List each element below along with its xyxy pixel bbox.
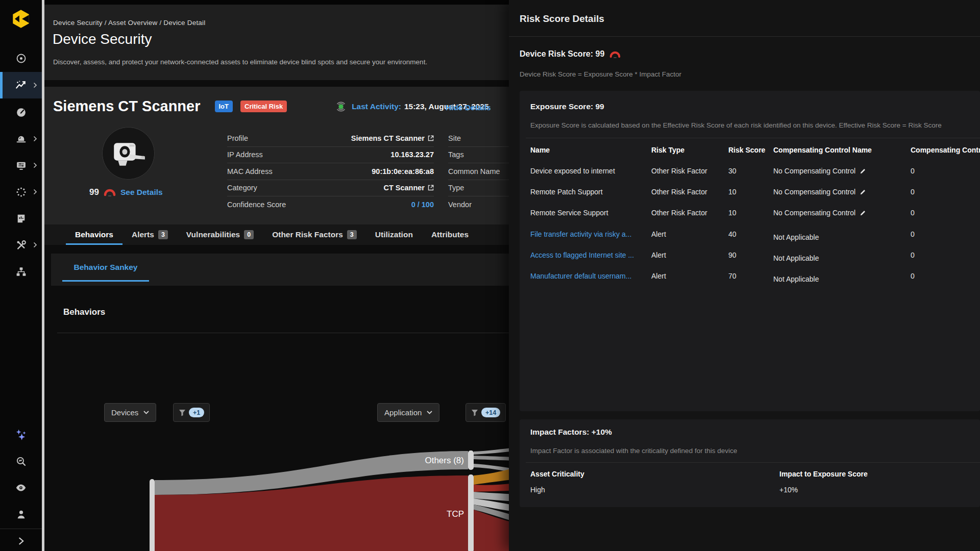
page-subtitle: Discover, assess, and protect your netwo… xyxy=(53,58,427,66)
tools-icon xyxy=(15,239,27,251)
exposure-table-row[interactable]: File transfer activity via risky a... Al… xyxy=(520,230,980,242)
gauge-icon xyxy=(15,107,27,118)
sidebar-item-tools[interactable] xyxy=(0,232,42,258)
chevron-right-icon xyxy=(33,82,37,88)
eye-icon xyxy=(15,482,27,494)
sidebar-item-monitor[interactable] xyxy=(0,152,42,179)
impact-factors-title: Impact Factors: +10% xyxy=(530,428,612,437)
risk-name: Remote Service Support xyxy=(530,209,608,217)
exposure-table-row[interactable]: Remote Patch Support Other Risk Factor 1… xyxy=(520,188,980,200)
devices-filter-button[interactable]: +1 xyxy=(173,403,210,422)
profile-row: IP Address 10.163.23.27 xyxy=(227,147,434,164)
live-activity-icon xyxy=(334,100,348,113)
subtab-behavior-sankey[interactable]: Behavior Sankey xyxy=(62,263,149,282)
behaviors-heading: Behaviors xyxy=(63,307,105,317)
radar-icon xyxy=(15,53,27,64)
tab-attributes[interactable]: Attributes xyxy=(422,224,478,245)
last-activity-label: Last Activity: xyxy=(352,102,401,111)
sidebar-item-radar[interactable] xyxy=(0,45,42,71)
tab-vulnerabilities[interactable]: Vulnerabilities0 xyxy=(177,224,263,245)
sidebar-item-gauge[interactable] xyxy=(0,99,42,126)
filter-count-pill: +1 xyxy=(189,408,204,417)
tab-other-risk-factors[interactable]: Other Risk Factors3 xyxy=(263,224,366,245)
external-link-icon[interactable] xyxy=(428,135,434,141)
risk-name-link[interactable]: Manufacturer default usernam... xyxy=(530,272,631,280)
sankey-node-tcp[interactable] xyxy=(468,474,474,551)
risk-name: Remote Patch Support xyxy=(530,188,603,196)
risk-score-value: 99 xyxy=(89,187,99,197)
sitemap-icon xyxy=(15,266,27,278)
risk-name: Device exposed to internet xyxy=(530,167,615,175)
impact-factors-card: Impact Factors: +10% Impact Factor is as… xyxy=(520,419,980,507)
claroty-logo-icon[interactable] xyxy=(10,8,32,30)
sidebar-item-reports[interactable] xyxy=(0,205,42,232)
sidebar-item-ai-assistant[interactable] xyxy=(0,421,42,448)
risk-score-details-panel: Risk Score Details Device Risk Score: 99… xyxy=(509,0,980,551)
chevron-right-icon xyxy=(17,537,25,545)
sidebar-item-process[interactable] xyxy=(0,179,42,205)
breadcrumb[interactable]: Device Security / Asset Overview / Devic… xyxy=(53,19,205,27)
see-details-link[interactable]: See Details xyxy=(120,188,163,197)
exposure-score-card: Exposure Score: 99 Exposure Score is cal… xyxy=(520,91,980,411)
search-insight-icon xyxy=(15,456,27,467)
tab-utilization[interactable]: Utilization xyxy=(366,224,422,245)
exposure-table-row[interactable]: Access to flagged Internet site ... Aler… xyxy=(520,251,980,263)
sidebar-divider xyxy=(0,529,42,529)
device-avatar xyxy=(102,127,155,180)
chevron-right-icon xyxy=(33,189,37,195)
exposure-table-row[interactable]: Remote Service Support Other Risk Factor… xyxy=(520,209,980,221)
app-window: Device Security / Asset Overview / Devic… xyxy=(0,0,980,551)
sidebar-collapse-button[interactable] xyxy=(0,531,42,551)
sidebar xyxy=(0,0,42,551)
hide-details-link[interactable]: Hide Details xyxy=(446,103,491,112)
filter-funnel-icon xyxy=(179,409,186,416)
meta-row: Common Name xyxy=(448,163,514,180)
risk-level-badge: Critical Risk xyxy=(240,101,287,112)
risk-name-link[interactable]: Access to flagged Internet site ... xyxy=(530,251,634,259)
page-title: Device Security xyxy=(53,31,152,47)
tab-count-badge: 0 xyxy=(244,230,254,239)
sankey-label-tcp: TCP xyxy=(447,509,464,519)
vertical-scrollbar[interactable] xyxy=(42,0,44,551)
divider xyxy=(526,462,980,463)
sidebar-item-alerts[interactable] xyxy=(0,126,42,152)
edit-pencil-icon[interactable] xyxy=(860,210,866,216)
risk-score-formula: Device Risk Score = Exposure Score * Imp… xyxy=(520,70,681,78)
tab-alerts[interactable]: Alerts3 xyxy=(122,224,177,245)
edit-pencil-icon[interactable] xyxy=(860,189,866,195)
chevron-right-icon xyxy=(33,136,37,142)
tab-behaviors[interactable]: Behaviors xyxy=(66,224,122,245)
application-filter-button[interactable]: +14 xyxy=(465,403,506,422)
filter-count-pill: +14 xyxy=(481,408,500,417)
profile-row: Category CT Scanner xyxy=(227,180,434,197)
confidence-score-value[interactable]: 0 / 100 xyxy=(411,201,434,209)
meta-row: Vendor xyxy=(448,196,514,213)
sidebar-item-investigate[interactable] xyxy=(0,448,42,474)
exposure-table-row[interactable]: Device exposed to internet Other Risk Fa… xyxy=(520,167,980,179)
ai-sparkles-icon xyxy=(14,428,28,441)
user-icon xyxy=(15,509,27,520)
profile-row: MAC Address 90:1b:0e:ea:86:a8 xyxy=(227,163,434,180)
alarm-icon xyxy=(15,133,27,145)
risk-name-link[interactable]: File transfer activity via risky a... xyxy=(530,230,631,238)
external-link-icon[interactable] xyxy=(428,185,434,191)
impact-factors-subtitle: Impact Factor is associated with the cri… xyxy=(530,447,737,455)
sankey-node-others[interactable] xyxy=(468,450,474,470)
sankey-label-others: Others (8) xyxy=(425,456,464,465)
meta-row: Type xyxy=(448,180,514,197)
sidebar-item-network[interactable] xyxy=(0,258,42,285)
device-meta-table: Site Tags Common Name Type Vendor xyxy=(448,130,514,213)
sidebar-item-device-security[interactable] xyxy=(0,72,42,98)
devices-dropdown[interactable]: Devices xyxy=(104,403,156,422)
exposure-table-row[interactable]: Manufacturer default usernam... Alert 70… xyxy=(520,272,980,284)
profile-value: 10.163.23.27 xyxy=(390,151,434,159)
behavior-sankey-chart[interactable]: Others (8) TCP UDP xyxy=(99,435,516,551)
meta-row: Site xyxy=(448,130,514,147)
sankey-node-source[interactable] xyxy=(150,479,155,551)
sidebar-item-visibility[interactable] xyxy=(0,474,42,501)
risk-gauge-icon xyxy=(104,188,116,196)
application-dropdown[interactable]: Application xyxy=(377,403,439,422)
edit-pencil-icon[interactable] xyxy=(860,168,866,174)
chevron-down-icon xyxy=(143,411,149,414)
sidebar-item-user[interactable] xyxy=(0,501,42,528)
